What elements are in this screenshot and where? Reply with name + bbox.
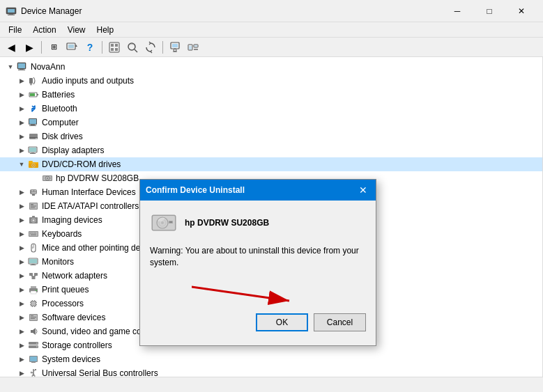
toolbar-update-driver[interactable] xyxy=(63,40,80,55)
svg-rect-93 xyxy=(36,304,37,305)
menu-help[interactable]: Help xyxy=(91,24,120,36)
menu-action[interactable]: Action xyxy=(27,24,61,36)
svg-rect-7 xyxy=(111,44,114,47)
expand-mice[interactable]: ▶ xyxy=(17,243,26,253)
svg-rect-10 xyxy=(115,48,118,51)
main-area: ▼ NovaAnn ▶ Audio inputs xyxy=(0,57,543,377)
expand-disk[interactable]: ▶ xyxy=(17,132,26,141)
svg-rect-59 xyxy=(31,204,33,205)
expand-batteries[interactable]: ▶ xyxy=(17,90,26,100)
hid-icon xyxy=(28,187,39,198)
svg-rect-85 xyxy=(31,286,36,288)
expand-display[interactable]: ▶ xyxy=(17,146,26,155)
toolbar-help[interactable]: ? xyxy=(82,40,98,55)
svg-rect-34 xyxy=(29,125,36,126)
system-label: System devices xyxy=(42,354,100,364)
mice-label: Mice and other pointing de... xyxy=(42,243,147,253)
expand-hid[interactable]: ▶ xyxy=(17,187,26,197)
svg-rect-24 xyxy=(20,69,24,70)
tree-dvd[interactable]: ▼ DVD/CD-ROM drives xyxy=(0,157,542,171)
audio-label: Audio inputs and outputs xyxy=(42,76,134,86)
expand-storage[interactable]: ▶ xyxy=(17,340,26,350)
svg-point-65 xyxy=(33,219,35,221)
svg-rect-25 xyxy=(18,70,25,70)
expand-network[interactable]: ▶ xyxy=(17,271,26,281)
expand-root[interactable]: ▼ xyxy=(6,62,15,72)
expand-dvd[interactable]: ▼ xyxy=(17,159,26,169)
menu-view[interactable]: View xyxy=(62,24,91,36)
svg-rect-8 xyxy=(115,44,118,47)
toolbar-back[interactable]: ◀ xyxy=(3,40,20,55)
expand-computer[interactable]: ▶ xyxy=(17,118,26,127)
svg-line-83 xyxy=(33,276,36,276)
root-label: NovaAnn xyxy=(31,62,65,72)
dialog-cancel-button[interactable]: Cancel xyxy=(314,313,366,331)
svg-rect-81 xyxy=(32,276,36,279)
expand-print[interactable]: ▶ xyxy=(17,285,26,295)
tree-root[interactable]: ▼ NovaAnn xyxy=(0,60,542,74)
svg-rect-91 xyxy=(30,304,31,305)
expand-processors[interactable]: ▶ xyxy=(17,299,26,308)
toolbar-forward[interactable]: ▶ xyxy=(21,40,38,55)
tree-computer[interactable]: ▶ Computer xyxy=(0,116,542,130)
svg-rect-108 xyxy=(30,356,37,361)
maximize-button[interactable]: □ xyxy=(473,0,505,22)
expand-audio[interactable]: ▶ xyxy=(17,76,26,86)
expand-sound[interactable]: ▶ xyxy=(17,327,26,336)
dialog-ok-button[interactable]: OK xyxy=(256,313,308,331)
tree-usb[interactable]: ▶ Universal Serial Bus controllers xyxy=(0,366,542,377)
svg-rect-74 xyxy=(32,246,33,249)
expand-keyboards[interactable]: ▶ xyxy=(17,229,26,239)
close-button[interactable]: ✕ xyxy=(505,0,537,22)
toolbar-show-all[interactable] xyxy=(106,40,123,55)
computer-icon xyxy=(17,61,28,72)
svg-rect-63 xyxy=(32,216,35,217)
expand-imaging[interactable]: ▶ xyxy=(17,215,26,225)
svg-rect-68 xyxy=(30,233,31,234)
menu-file[interactable]: File xyxy=(3,24,27,36)
dialog-device-row: hp DVDRW SU208GB xyxy=(150,209,366,237)
tree-display[interactable]: ▶ Display adapters xyxy=(0,143,542,157)
audio-icon xyxy=(28,75,39,86)
tree-batteries[interactable]: ▶ Batteries xyxy=(0,88,542,102)
dialog-dvd-icon xyxy=(150,209,178,237)
processor-icon xyxy=(28,298,39,309)
svg-point-87 xyxy=(36,290,37,291)
toolbar-action2[interactable] xyxy=(167,40,183,55)
tree-bluetooth[interactable]: ▶ Bluetooth xyxy=(0,102,542,116)
expand-monitors[interactable]: ▶ xyxy=(17,257,26,267)
toolbar-properties[interactable]: ⊞ xyxy=(45,40,62,55)
toolbar-refresh[interactable] xyxy=(142,40,159,55)
dialog-title-bar: Confirm Device Uninstall ✕ xyxy=(140,180,376,201)
dvd-label: DVD/CD-ROM drives xyxy=(42,159,121,169)
toolbar-devmgr[interactable] xyxy=(185,40,201,55)
toolbar-sep-2 xyxy=(102,41,102,54)
svg-rect-102 xyxy=(31,318,35,319)
svg-line-12 xyxy=(135,49,137,52)
dialog-close-button[interactable]: ✕ xyxy=(356,183,370,197)
svg-rect-80 xyxy=(34,273,38,276)
expand-bluetooth[interactable]: ▶ xyxy=(17,104,26,113)
keyboards-label: Keyboards xyxy=(42,229,82,239)
tree-system[interactable]: ▶ System devices xyxy=(0,352,542,366)
svg-rect-72 xyxy=(31,235,36,236)
tree-audio[interactable]: ▶ Audio inputs and outputs xyxy=(0,74,542,88)
tree-disk[interactable]: ▶ Disk drives xyxy=(0,130,542,143)
svg-point-50 xyxy=(47,178,48,179)
app-icon xyxy=(6,6,17,17)
ide-label: IDE ATA/ATAPI controllers xyxy=(42,201,139,211)
processors-label: Processors xyxy=(42,299,84,308)
minimize-button[interactable]: ─ xyxy=(441,0,473,22)
toolbar-scan[interactable] xyxy=(124,40,141,55)
svg-rect-40 xyxy=(31,152,34,153)
svg-rect-54 xyxy=(34,190,36,191)
svg-line-125 xyxy=(192,287,289,301)
bluetooth-label: Bluetooth xyxy=(42,104,77,113)
expand-ide[interactable]: ▶ xyxy=(17,201,26,211)
expand-software[interactable]: ▶ xyxy=(17,313,26,322)
expand-system[interactable]: ▶ xyxy=(17,354,26,364)
svg-rect-69 xyxy=(32,233,33,234)
monitors-label: Monitors xyxy=(42,257,74,267)
arrow-icon xyxy=(192,280,303,308)
expand-usb[interactable]: ▶ xyxy=(17,368,26,377)
